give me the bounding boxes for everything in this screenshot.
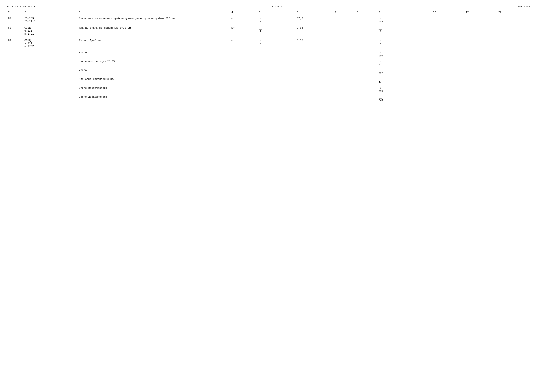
summary-empty-1	[7, 67, 23, 76]
summary-row: Итого - I7I	[7, 67, 530, 76]
summary-empty-8	[432, 94, 465, 103]
row-col5: - 2	[257, 15, 296, 25]
summary-empty-10	[497, 76, 530, 85]
summary-empty-6	[334, 50, 356, 59]
summary-empty-4	[257, 67, 296, 76]
summary-empty-3	[230, 50, 257, 59]
row-num: 62.	[7, 15, 23, 25]
summary-label: Итого исключается:	[78, 85, 230, 94]
row-col6: 0,86	[296, 25, 334, 37]
summary-empty-3	[230, 59, 257, 67]
summary-empty-7	[356, 94, 378, 103]
summary-label: Итого	[78, 67, 230, 76]
row-desc: То же, Д=40 мм	[78, 37, 230, 50]
summary-empty-4	[257, 50, 296, 59]
row-num: 63.	[7, 25, 23, 37]
summary-empty-3	[230, 85, 257, 94]
header-left: 9OI- 7-13.84 А-VIII	[7, 5, 37, 8]
summary-fraction: 2 I85	[379, 87, 383, 93]
summary-empty-5	[296, 67, 334, 76]
summary-empty-2	[23, 76, 78, 85]
summary-empty-10	[497, 85, 530, 94]
summary-col9: - I50	[378, 50, 432, 59]
fraction-col5: - 2	[259, 17, 262, 23]
summary-label: Всего добавляется:	[78, 94, 230, 103]
summary-empty-7	[356, 67, 378, 76]
col-header-4: 4	[230, 10, 257, 15]
row-col10	[432, 25, 465, 37]
summary-fraction: - I50	[379, 51, 383, 57]
col-header-12: I2	[497, 10, 530, 15]
summary-label: Накладные расходы I3,3%	[78, 59, 230, 67]
summary-label: Плановые накопления 8%	[78, 76, 230, 85]
summary-empty-7	[356, 85, 378, 94]
row-col9: - I34	[378, 15, 432, 25]
summary-empty-2	[23, 50, 78, 59]
summary-empty-8	[432, 59, 465, 67]
row-col11	[465, 25, 497, 37]
row-col12	[497, 25, 530, 37]
row-code: I8-I89 I8.II-3	[23, 15, 78, 25]
row-unit: шт	[230, 37, 257, 50]
row-col9: - 3	[378, 25, 432, 37]
summary-fraction: - 2I	[379, 60, 382, 66]
summary-row: Плановые накопления 8% - I4	[7, 76, 530, 85]
summary-empty-1	[7, 85, 23, 94]
row-num: 64.	[7, 37, 23, 50]
fraction-col9: - I34	[379, 17, 383, 23]
summary-empty-3	[230, 76, 257, 85]
summary-col9: - 248	[378, 94, 432, 103]
summary-col9: - 2I	[378, 59, 432, 67]
row-col5: - 4	[257, 25, 296, 37]
row-col7	[334, 15, 356, 25]
row-desc: Фланцы стальные приварные Д=32 мм	[78, 25, 230, 37]
summary-empty-6	[334, 59, 356, 67]
row-col5: - 2	[257, 37, 296, 50]
summary-col9: - I7I	[378, 67, 432, 76]
row-col7	[334, 25, 356, 37]
summary-row: Накладные расходы I3,3% - 2I	[7, 59, 530, 67]
row-col9: - 2	[378, 37, 432, 50]
row-col8	[356, 37, 378, 50]
header-center: - 174 -	[272, 5, 283, 8]
row-col6: 67,0	[296, 15, 334, 25]
summary-empty-10	[497, 67, 530, 76]
summary-empty-9	[465, 50, 497, 59]
summary-empty-10	[497, 50, 530, 59]
summary-empty-5	[296, 50, 334, 59]
table-row: 62. I8-I89 I8.II-3 Грязевики из стальных…	[7, 15, 530, 25]
summary-empty-2	[23, 85, 78, 94]
summary-row: Итого - I50	[7, 50, 530, 59]
summary-empty-4	[257, 76, 296, 85]
summary-empty-4	[257, 85, 296, 94]
fraction-col5: - 4	[259, 27, 262, 33]
col-header-7: 7	[334, 10, 356, 15]
summary-empty-6	[334, 67, 356, 76]
summary-empty-3	[230, 67, 257, 76]
summary-fraction: - I4	[379, 78, 382, 84]
col-header-6: 6	[296, 10, 334, 15]
column-headers: I 2 3 4 5 6 7 8 9 IO II I2	[7, 10, 530, 15]
fraction-col9: - 2	[379, 39, 382, 45]
summary-empty-9	[465, 94, 497, 103]
row-col11	[465, 37, 497, 50]
row-col6: 0,95	[296, 37, 334, 50]
summary-row: Всего добавляется: - 248	[7, 94, 530, 103]
col-header-3: 3	[78, 10, 230, 15]
col-header-10: IO	[432, 10, 465, 15]
summary-empty-10	[497, 59, 530, 67]
summary-fraction: - I7I	[379, 69, 383, 75]
summary-empty-1	[7, 76, 23, 85]
summary-empty-3	[230, 94, 257, 103]
summary-fraction: - 248	[379, 96, 383, 102]
summary-empty-7	[356, 50, 378, 59]
summary-empty-6	[334, 85, 356, 94]
summary-col9: 2 I85	[378, 85, 432, 94]
row-col11	[465, 15, 497, 25]
summary-empty-6	[334, 94, 356, 103]
fraction-col5: - 2	[259, 39, 262, 45]
summary-label: Итого	[78, 50, 230, 59]
row-col8	[356, 15, 378, 25]
summary-empty-8	[432, 85, 465, 94]
table-row: 63. ССЦЦ ч.III п.I79I Фланцы стальные пр…	[7, 25, 530, 37]
